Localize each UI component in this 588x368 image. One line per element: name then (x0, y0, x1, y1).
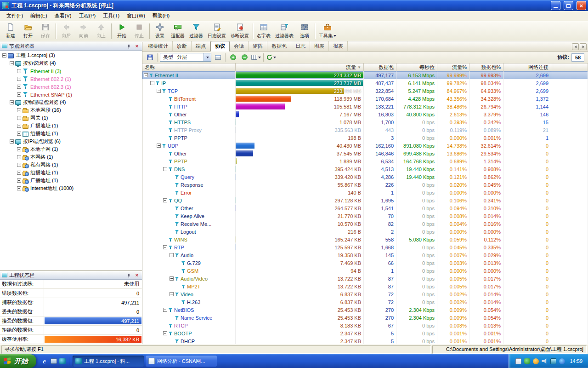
menu-item[interactable]: 查看(V) (51, 11, 75, 21)
table-row[interactable]: Name Service25.453 KB2702.304 Kbps0.009%… (142, 314, 588, 322)
column-header[interactable]: 流量▼ (236, 63, 364, 71)
toolbar-button-diag-settings[interactable]: 诊断设置 (228, 22, 251, 40)
tab-2[interactable]: 端点 (192, 41, 210, 51)
tree-item[interactable]: Ethernet II (3) (0, 67, 142, 75)
tree-expander[interactable] (144, 73, 148, 77)
ime-icon[interactable] (515, 358, 521, 364)
toolbar-button-toolbox[interactable]: 工具集 (317, 22, 339, 40)
table-row[interactable]: MP2T13.722 KB870 bps0.005%0.017%0 (142, 282, 588, 290)
tab-4[interactable]: 会话 (230, 41, 249, 51)
tab-scroll-left-button[interactable] (572, 43, 579, 50)
table-row[interactable]: Other264.577 KB1,5410 bps0.094%0.310%0 (142, 204, 588, 212)
tree-item[interactable]: 私有网络 (1) (0, 161, 142, 169)
toolbar-button-start[interactable]: 开始 (113, 22, 130, 40)
column-header[interactable]: 网络连接 (503, 63, 551, 71)
tree-item[interactable]: 按协议浏览 (4) (0, 59, 142, 67)
tree-expander[interactable] (17, 77, 21, 81)
chevron-down-icon[interactable] (204, 53, 211, 61)
tree-expander[interactable] (150, 81, 154, 85)
toolbar-button-filter[interactable]: 过滤器 (187, 22, 205, 40)
export-save-button[interactable] (145, 53, 155, 62)
table-row[interactable]: IP273.737 MB487,4376.141 Mbps99.782%98.0… (142, 79, 588, 87)
tree-expander[interactable] (17, 92, 21, 97)
table-row[interactable]: G.7297.469 KB660 bps0.003%0.013%0 (142, 259, 588, 267)
tree-expander[interactable] (163, 331, 167, 335)
tree-expander[interactable] (163, 245, 167, 249)
tree-item[interactable]: 按物理端点浏览 (4) (0, 98, 142, 106)
tab-0[interactable]: 概要统计 (144, 41, 173, 51)
tree-item[interactable]: 工程 1.cscproj (3) (0, 52, 142, 59)
maximize-button[interactable] (564, 1, 573, 10)
tree-expander[interactable] (163, 198, 167, 202)
table-row[interactable]: Audio19.358 KB1450 bps0.007%0.029%0 (142, 251, 588, 259)
toolbar-button-new[interactable]: 新建 (2, 22, 19, 40)
table-row[interactable]: DNS395.424 KB4,51319.440 Kbps0.141%0.908… (142, 165, 588, 173)
tree-item[interactable]: 按IP端点浏览 (6) (0, 138, 142, 145)
tree-item[interactable]: 广播地址 (1) (0, 122, 142, 130)
column-header[interactable]: 流量% (437, 63, 469, 71)
table-row[interactable]: NetBIOS25.453 KB2702.304 Kbps0.009%0.054… (142, 306, 588, 314)
tree-expander[interactable] (10, 61, 14, 65)
table-row[interactable]: HTTP Proxy335.563 KB4430 bps0.119%0.089%… (142, 126, 588, 134)
table-row[interactable]: QQ297.128 KB1,6950 bps0.106%0.341%0 (142, 196, 588, 204)
update-icon[interactable] (533, 358, 539, 364)
tree-expander[interactable] (10, 139, 14, 144)
tree-expander[interactable] (17, 132, 21, 136)
table-row[interactable]: Video6.837 KB720 bps0.002%0.014%0 (142, 290, 588, 298)
table-row[interactable]: H.2636.837 KB720 bps0.002%0.014%0 (142, 298, 588, 306)
tree-item[interactable]: Internet地址 (1000) (0, 184, 142, 192)
taskbar-task-button[interactable]: 工程 1.cscproj - 科... (73, 356, 144, 367)
table-row[interactable]: Keep Alive21.770 KB700 bps0.008%0.014%0 (142, 212, 588, 220)
tree-expander[interactable] (17, 155, 21, 159)
tab-6[interactable]: 数据包 (267, 41, 291, 51)
table-row[interactable]: TCP233.094 MB322,8545.247 Mbps84.967%64.… (142, 87, 588, 95)
menu-item[interactable]: 编辑(E) (27, 11, 51, 21)
tree-item[interactable]: 本网络 (1) (0, 153, 142, 161)
tab-9[interactable]: 报表 (329, 41, 348, 51)
column-header[interactable]: 数据包 (364, 63, 396, 71)
table-row[interactable]: PPTP198 B30 bps0.000%0.001%1 (142, 134, 588, 142)
toolbar-button-options[interactable]: 选项 (296, 22, 313, 40)
collapse-all-button[interactable] (239, 53, 249, 62)
table-row[interactable]: Logout216 B20 bps0.000%0.000%0 (142, 228, 588, 236)
table-row[interactable]: DHCP2.347 KB50 bps0.001%0.001%0 (142, 337, 588, 344)
messenger-icon[interactable] (559, 358, 565, 364)
tree-expander[interactable] (170, 292, 174, 296)
tree-expander[interactable] (17, 178, 21, 183)
taskbar-task-button[interactable]: 网络分析 - CSNA网... (146, 356, 217, 367)
tab-scroll-right-button[interactable] (580, 43, 587, 50)
tree-expander[interactable] (170, 276, 174, 281)
tree-expander[interactable] (163, 167, 167, 171)
tree-expander[interactable] (157, 144, 161, 148)
table-row[interactable]: HTTPS1.078 MB1,7000 bps0.393%0.342%15 (142, 118, 588, 126)
tree-expander[interactable] (170, 253, 174, 257)
tree-expander[interactable] (2, 53, 6, 58)
table-row[interactable]: Receive Me...10.570 KB820 bps0.004%0.016… (142, 220, 588, 228)
tree-expander[interactable] (10, 100, 14, 104)
tree-item[interactable]: Ethernet SNAP (1) (0, 91, 142, 98)
tab-8[interactable]: 图表 (310, 41, 329, 51)
table-row[interactable]: GSM94 B10 bps0.000%0.000%0 (142, 267, 588, 275)
table-row[interactable]: BOOTP2.347 KB50 bps0.001%0.001%0 (142, 329, 588, 337)
toolbar-button-open[interactable]: 打开 (19, 22, 37, 40)
table-row[interactable]: PPTP1.889 MB6,534164.768 Kbps0.689%1.314… (142, 157, 588, 165)
table-row[interactable]: BitTorrent118.939 MB170,6844.428 Mbps43.… (142, 95, 588, 103)
tree-item[interactable]: Ethernet 802.2 (1) (0, 75, 142, 83)
table-row[interactable]: Ethernet II274.332 MB497,1776.153 Mbps99… (142, 71, 588, 79)
tab-1[interactable]: 诊断 (173, 41, 192, 51)
tree-expander[interactable] (17, 116, 21, 120)
table-row[interactable]: Other7.167 MB16,80340.800 Kbps2.613%3.37… (142, 110, 588, 118)
pin-button[interactable] (125, 272, 132, 278)
expand-all-button[interactable] (228, 53, 238, 62)
shield-icon[interactable] (524, 358, 530, 364)
table-row[interactable]: Query339.420 KB4,28619.440 Kbps0.121%0.8… (142, 173, 588, 181)
tree-expander[interactable] (17, 69, 21, 73)
pin-button[interactable] (125, 43, 132, 49)
refresh-button[interactable] (266, 53, 276, 62)
tree-item[interactable]: 网关 (1) (0, 114, 142, 122)
tree-item[interactable]: 组播地址 (1) (0, 169, 142, 177)
tree-expander[interactable] (17, 124, 21, 128)
tab-5[interactable]: 矩阵 (249, 41, 267, 51)
start-button[interactable]: 开始 (0, 354, 36, 368)
table-row[interactable]: Audio/Video13.722 KB870 bps0.005%0.017%0 (142, 275, 588, 282)
